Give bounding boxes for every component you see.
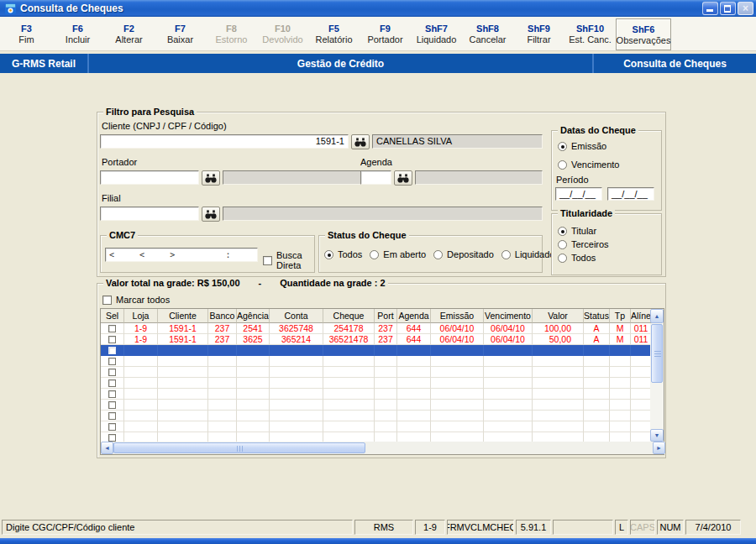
vertical-scrollbar[interactable] [650,323,664,443]
agenda-search-button[interactable] [394,170,412,186]
grid-empty-row[interactable] [101,411,652,421]
grid-column-header-agenda[interactable]: Agenda [397,309,431,323]
checkbox-icon [108,379,116,387]
grid-column-header-banco[interactable]: Banco [208,309,237,323]
radio-em-aberto[interactable]: Em aberto [370,249,426,259]
grid-column-header-port[interactable]: Port [375,309,397,323]
window-bottom-border [0,538,756,544]
grid-column-header-conta[interactable]: Conta [270,309,323,323]
radio-vencimento[interactable]: Vencimento [558,160,619,170]
grid-cell [533,345,584,356]
toolbar-label: Incluir [66,34,90,44]
grid-column-header-loja[interactable]: Loja [124,309,158,323]
grid-cell [431,421,484,432]
grid-cell [610,345,631,356]
radio-depositado[interactable]: Depositado [433,249,494,259]
radio-titular[interactable]: Titular [558,226,609,236]
row-checkbox[interactable] [101,367,124,378]
grid-empty-row[interactable] [101,378,652,389]
grid-cell: 011 [631,323,652,334]
toolbar-button-f2[interactable]: F2Alterar [103,18,155,49]
grid-empty-row[interactable] [101,367,652,378]
datas-cheque-groupbox: Datas do Cheque EmissãoVencimento Períod… [551,130,662,211]
grid-empty-row[interactable] [101,421,652,432]
grid-column-header-emissão[interactable]: Emissão [431,309,484,323]
radio-liquidado[interactable]: Liquidado [501,249,555,259]
grid-column-header-vencimento[interactable]: Vencimento [484,309,533,323]
row-checkbox[interactable] [101,323,124,334]
toolbar-button-shf7[interactable]: ShF7Liquidado [411,18,462,49]
minimize-button[interactable] [702,2,718,15]
cliente-search-button[interactable] [351,134,370,149]
grid-empty-row[interactable] [101,389,652,400]
filial-input[interactable] [100,207,199,221]
row-checkbox[interactable] [101,421,124,432]
vertical-scrollbar-thumb[interactable] [651,324,663,383]
horizontal-scrollbar[interactable]: ◄ ► [101,442,665,454]
grid-cell [397,400,431,411]
grid-data-row[interactable]: 1-91591-12372541362574825417823764406/04… [101,323,652,334]
grid-empty-row[interactable] [101,356,652,367]
scroll-down-button[interactable]: ▼ [650,429,664,442]
portador-label: Portador [102,157,137,167]
scroll-right-button[interactable]: ► [653,442,665,454]
row-checkbox[interactable] [101,400,124,411]
row-checkbox[interactable] [101,389,124,400]
toolbar-button-shf10[interactable]: ShF10Est. Canc. [564,18,616,49]
toolbar-button-f9[interactable]: F9Portador [360,18,411,49]
app-icon [4,3,17,15]
filial-search-button[interactable] [202,207,220,222]
scroll-up-button[interactable]: ▲ [650,309,664,323]
toolbar-button-f5[interactable]: F5Relatório [308,18,360,49]
portador-input[interactable] [100,170,199,185]
agenda-input[interactable] [360,170,391,185]
row-checkbox[interactable] [101,345,124,356]
busca-direta-checkbox[interactable]: Busca Direta [263,250,314,270]
scroll-left-button[interactable]: ◄ [101,442,113,454]
statusbar-panel-num: NUM [657,520,684,535]
restore-button[interactable] [720,2,736,15]
toolbar-label: Cancelar [469,34,506,44]
periodo-from-input[interactable]: __/__/__ [555,187,602,201]
toolbar-button-f3[interactable]: F3Fim [1,18,52,49]
radio-todos[interactable]: Todos [324,249,362,259]
toolbar-key: F6 [72,24,83,34]
toolbar-button-f6[interactable]: F6Incluir [52,18,103,49]
radio-todos[interactable]: Todos [558,253,609,263]
checkbox-icon [108,423,116,431]
grid-cell [237,421,270,432]
grid-empty-row[interactable] [101,400,652,411]
portador-search-button[interactable] [202,170,220,186]
grid-data-row[interactable]: 1-91591-123736253652143652147823764406/0… [101,334,652,345]
grid-cell: 100,00 [533,323,584,334]
grid-selected-row[interactable] [101,345,652,356]
cmc7-input[interactable]: < < > : [105,248,258,262]
row-checkbox[interactable] [101,356,124,367]
radio-emissão[interactable]: Emissão [558,141,619,151]
row-checkbox[interactable] [101,411,124,421]
statusbar-panel-1-9: 1-9 [415,520,445,535]
grid-column-header-cliente[interactable]: Cliente [158,309,208,323]
grid-column-header-valor[interactable]: Valor [533,309,584,323]
horizontal-scrollbar-thumb[interactable] [113,442,365,453]
grid-column-header-tp[interactable]: Tp [610,309,631,323]
row-checkbox[interactable] [101,378,124,389]
grid-column-header-agência[interactable]: Agência [237,309,270,323]
grid-cell [484,345,533,356]
grid-column-header-sel[interactable]: Sel [101,309,124,323]
grid-cell [208,367,237,378]
grid-column-header-alínea[interactable]: Alínea [631,309,652,323]
grid-column-header-cheque[interactable]: Cheque [323,309,375,323]
grid-cell [375,367,397,378]
grid-column-header-status[interactable]: Status [584,309,610,323]
toolbar-button-shf9[interactable]: ShF9Filtrar [513,18,564,49]
row-checkbox[interactable] [101,334,124,345]
toolbar-button-shf6[interactable]: ShF6Observações [616,18,671,50]
toolbar-button-shf8[interactable]: ShF8Cancelar [462,18,513,49]
toolbar-button-f7[interactable]: F7Baixar [155,18,206,49]
radio-terceiros[interactable]: Terceiros [558,239,609,249]
marcar-todos-checkbox[interactable]: Marcar todos [102,295,170,305]
periodo-to-input[interactable]: __/__/__ [607,187,654,201]
grid-cell: A [584,323,610,334]
cliente-input[interactable]: 1591-1 [100,134,349,149]
